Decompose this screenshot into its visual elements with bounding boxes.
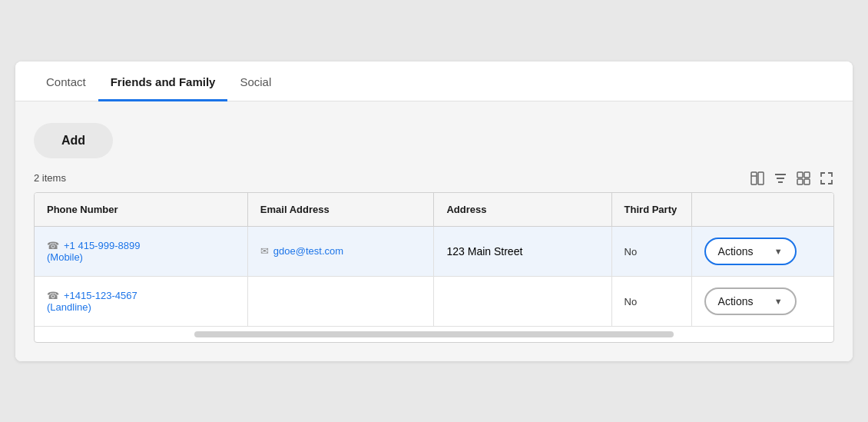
col-header-phone: Phone Number [35, 193, 247, 227]
table-header-row: Phone Number Email Address Address Third… [35, 193, 833, 227]
horizontal-scrollbar[interactable] [194, 331, 674, 337]
cell-actions-2: Actions ▼ [691, 276, 833, 326]
actions-label-1: Actions [718, 245, 754, 258]
phone-icon-1: ☎ [47, 240, 59, 251]
scrollbar-track-cell [35, 326, 833, 342]
col-header-actions [691, 193, 833, 227]
cell-phone-1: ☎+1 415-999-8899(Mobile) [35, 226, 247, 276]
main-card: Contact Friends and Family Social Add 2 … [15, 61, 853, 361]
third-party-value-2: No [624, 296, 638, 307]
svg-rect-8 [797, 179, 803, 184]
svg-rect-7 [804, 172, 810, 178]
phone-type-2: (Landline) [47, 301, 235, 313]
address-1: 123 Main Street [446, 245, 522, 258]
email-address-1: gdoe@test.com [273, 245, 343, 257]
phone-number-1: +1 415-999-8899(Mobile) [47, 240, 235, 263]
phone-icon-2: ☎ [47, 290, 59, 301]
actions-button-2[interactable]: Actions ▼ [704, 287, 797, 315]
cell-email-1: ✉ gdoe@test.com [247, 226, 434, 276]
table-row: ☎+1 415-999-8899(Mobile) ✉ gdoe@test.com… [35, 226, 833, 276]
actions-label-2: Actions [718, 295, 754, 307]
tabs-container: Contact Friends and Family Social [15, 61, 853, 101]
svg-rect-1 [758, 172, 764, 184]
toolbar-icons [750, 171, 834, 186]
expand-icon[interactable] [819, 171, 834, 186]
table-row: ☎+1415-123-4567(Landline) No Actions ▼ [35, 276, 833, 326]
add-button[interactable]: Add [34, 123, 113, 158]
cell-email-2 [247, 276, 434, 326]
email-icon-1: ✉ [260, 245, 269, 257]
phone-number-2: +1415-123-4567(Landline) [47, 290, 235, 313]
data-table: Phone Number Email Address Address Third… [34, 192, 834, 343]
svg-rect-9 [804, 179, 810, 184]
cell-actions-1: Actions ▼ [691, 226, 833, 276]
dropdown-arrow-2: ▼ [774, 297, 783, 306]
svg-rect-0 [751, 172, 757, 184]
cell-third-party-2: No [611, 276, 691, 326]
cell-phone-2: ☎+1415-123-4567(Landline) [35, 276, 247, 326]
cell-address-2 [434, 276, 611, 326]
tab-friends-family[interactable]: Friends and Family [98, 61, 228, 101]
actions-button-1[interactable]: Actions ▼ [704, 238, 797, 265]
tab-contact[interactable]: Contact [34, 61, 98, 101]
cell-third-party-1: No [611, 226, 691, 276]
phone-type-1: (Mobile) [47, 251, 235, 263]
dropdown-arrow-1: ▼ [774, 247, 783, 256]
col-header-email: Email Address [247, 193, 434, 227]
col-header-third-party: Third Party [611, 193, 691, 227]
scrollbar-row [35, 326, 833, 342]
items-count: 2 items [34, 172, 66, 184]
col-header-address: Address [434, 193, 611, 227]
svg-rect-6 [797, 172, 803, 178]
table-toolbar: 2 items [34, 171, 834, 186]
tab-social[interactable]: Social [227, 61, 283, 101]
cell-address-1: 123 Main Street [434, 226, 611, 276]
columns-icon[interactable] [750, 171, 765, 186]
third-party-value-1: No [624, 246, 638, 258]
layout-icon[interactable] [796, 171, 811, 186]
filter-icon[interactable] [773, 171, 788, 186]
tab-content: Add 2 items [15, 101, 853, 361]
